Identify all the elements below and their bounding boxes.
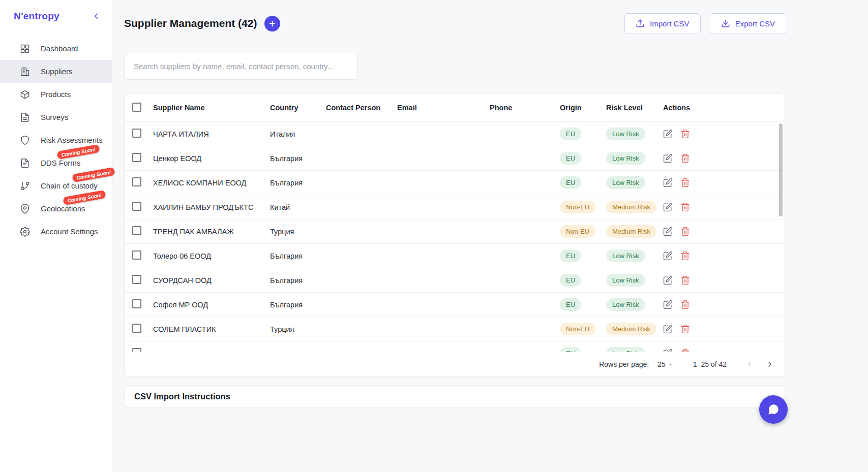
delete-icon[interactable] bbox=[680, 251, 690, 261]
csv-panel-title: CSV Import Instructions bbox=[134, 392, 230, 401]
row-checkbox[interactable] bbox=[132, 202, 141, 211]
table-row: ХАИЛИН БАМБУ ПРОДЪКТС Китай Non-EU Mediu… bbox=[125, 195, 785, 219]
delete-icon[interactable] bbox=[680, 300, 690, 309]
dashboard-icon bbox=[20, 44, 30, 54]
supplier-name: Софел МР ООД bbox=[153, 301, 270, 309]
chat-icon bbox=[767, 403, 780, 416]
suppliers-table: Supplier Name Country Contact Person Ema… bbox=[124, 93, 785, 377]
import-csv-button[interactable]: Import CSV bbox=[624, 13, 701, 34]
supplier-name: СУОРДСАН ООД bbox=[153, 276, 270, 285]
delete-icon[interactable] bbox=[680, 275, 690, 285]
chevron-left-icon bbox=[745, 360, 754, 368]
sidebar-item-label: Products bbox=[41, 89, 71, 100]
delete-icon[interactable] bbox=[680, 153, 690, 163]
edit-icon[interactable] bbox=[663, 129, 673, 139]
sidebar-item-account-settings[interactable]: Account Settings bbox=[0, 220, 112, 243]
risk-badge: Medium Risk bbox=[606, 225, 656, 238]
edit-icon[interactable] bbox=[663, 251, 673, 261]
delete-icon[interactable] bbox=[680, 178, 690, 187]
table-row: Ценкор ЕООД България EU Low Risk bbox=[125, 146, 785, 170]
table-scrollbar[interactable] bbox=[779, 123, 783, 216]
edit-icon[interactable] bbox=[663, 227, 673, 236]
export-csv-button[interactable]: Export CSV bbox=[710, 13, 786, 34]
supplier-country: Китай bbox=[270, 203, 326, 211]
edit-icon[interactable] bbox=[663, 300, 673, 309]
map-pin-icon bbox=[20, 204, 30, 214]
risk-badge: Low Risk bbox=[606, 249, 645, 262]
shield-icon bbox=[20, 135, 30, 145]
column-header-country: Country bbox=[270, 104, 326, 112]
column-header-supplier-name: Supplier Name bbox=[153, 104, 270, 112]
main-content: Supplier Management (42) Import CSV Expo… bbox=[112, 0, 786, 472]
supplier-name: Толеро 06 ЕООД bbox=[153, 252, 270, 260]
supplier-country: България bbox=[270, 179, 326, 187]
delete-icon[interactable] bbox=[680, 227, 690, 236]
sidebar-item-products[interactable]: Products bbox=[0, 83, 112, 106]
table-row: EU Low Risk bbox=[125, 341, 785, 352]
select-all-checkbox[interactable] bbox=[132, 103, 141, 112]
origin-badge: EU bbox=[560, 274, 581, 287]
row-checkbox[interactable] bbox=[132, 177, 141, 186]
export-csv-label: Export CSV bbox=[735, 19, 775, 28]
sidebar-item-geolocations[interactable]: Coming Soon! Geolocations bbox=[0, 197, 112, 220]
edit-icon[interactable] bbox=[663, 178, 673, 187]
edit-icon[interactable] bbox=[663, 275, 673, 285]
edit-icon[interactable] bbox=[663, 153, 673, 163]
column-header-actions: Actions bbox=[663, 104, 785, 112]
sidebar-item-label: DDS Forms bbox=[41, 158, 80, 168]
origin-badge: EU bbox=[560, 298, 581, 311]
row-checkbox[interactable] bbox=[132, 153, 141, 162]
sidebar-item-label: Chain of custody bbox=[41, 180, 98, 191]
risk-badge: Low Risk bbox=[606, 176, 645, 189]
search-input[interactable] bbox=[124, 53, 358, 80]
sidebar-item-label: Suppliers bbox=[41, 66, 73, 77]
upload-icon bbox=[636, 19, 645, 28]
delete-icon[interactable] bbox=[680, 129, 690, 139]
table-row: ТРЕНД ПАК АМБАЛАЖ Турция Non-EU Medium R… bbox=[125, 219, 785, 243]
supplier-name: СОЛЕМ ПЛАСТИК bbox=[153, 325, 270, 333]
origin-badge: EU bbox=[560, 176, 581, 189]
edit-icon[interactable] bbox=[663, 202, 673, 212]
rows-per-page-select[interactable]: 25 bbox=[657, 360, 674, 368]
risk-badge: Low Risk bbox=[606, 274, 645, 287]
supplier-name: ЧАРТА ИТАЛИЯ bbox=[153, 130, 270, 138]
download-icon bbox=[721, 19, 730, 28]
row-checkbox[interactable] bbox=[132, 226, 141, 235]
delete-icon[interactable] bbox=[680, 202, 690, 212]
row-checkbox[interactable] bbox=[132, 299, 141, 308]
sidebar-item-label: Risk Assessments bbox=[41, 135, 103, 145]
table-row: Софел МР ООД България EU Low Risk bbox=[125, 292, 785, 317]
table-body: ЧАРТА ИТАЛИЯ Италия EU Low Risk Ценкор Е… bbox=[125, 121, 785, 352]
supplier-country: България bbox=[270, 154, 326, 163]
sidebar-item-suppliers[interactable]: Suppliers bbox=[0, 60, 112, 83]
row-checkbox[interactable] bbox=[132, 324, 141, 333]
sidebar-collapse-button[interactable] bbox=[92, 12, 101, 21]
origin-badge: Non-EU bbox=[560, 323, 595, 335]
sidebar-nav: Dashboard Suppliers Products Surveys Ris bbox=[0, 37, 112, 243]
row-checkbox[interactable] bbox=[132, 250, 141, 260]
risk-badge: Low Risk bbox=[606, 152, 645, 165]
sidebar-item-label: Dashboard bbox=[41, 43, 78, 54]
add-supplier-button[interactable] bbox=[264, 16, 280, 32]
supplier-country: Турция bbox=[270, 325, 326, 333]
sidebar-item-dashboard[interactable]: Dashboard bbox=[0, 37, 112, 60]
pagination-bar: Rows per page: 25 1–25 of 42 bbox=[125, 352, 785, 376]
row-checkbox[interactable] bbox=[132, 275, 141, 284]
table-row: СУОРДСАН ООД България EU Low Risk bbox=[125, 268, 785, 292]
row-checkbox[interactable] bbox=[132, 129, 141, 138]
edit-icon[interactable] bbox=[663, 324, 673, 334]
origin-badge: EU bbox=[560, 249, 581, 262]
supplier-country: България bbox=[270, 252, 326, 260]
suppliers-icon bbox=[20, 67, 30, 77]
plus-icon bbox=[268, 19, 277, 28]
delete-icon[interactable] bbox=[680, 324, 690, 334]
table-row: Толеро 06 ЕООД България EU Low Risk bbox=[125, 243, 785, 268]
row-checkbox[interactable] bbox=[132, 348, 141, 352]
next-page-button[interactable] bbox=[763, 358, 776, 371]
chain-of-custody-icon bbox=[20, 181, 30, 191]
chat-widget-button[interactable] bbox=[759, 395, 788, 424]
sidebar-item-surveys[interactable]: Surveys bbox=[0, 106, 112, 129]
risk-badge: Medium Risk bbox=[606, 201, 656, 213]
csv-import-instructions-panel[interactable]: CSV Import Instructions bbox=[124, 385, 785, 408]
gear-icon bbox=[20, 227, 30, 237]
